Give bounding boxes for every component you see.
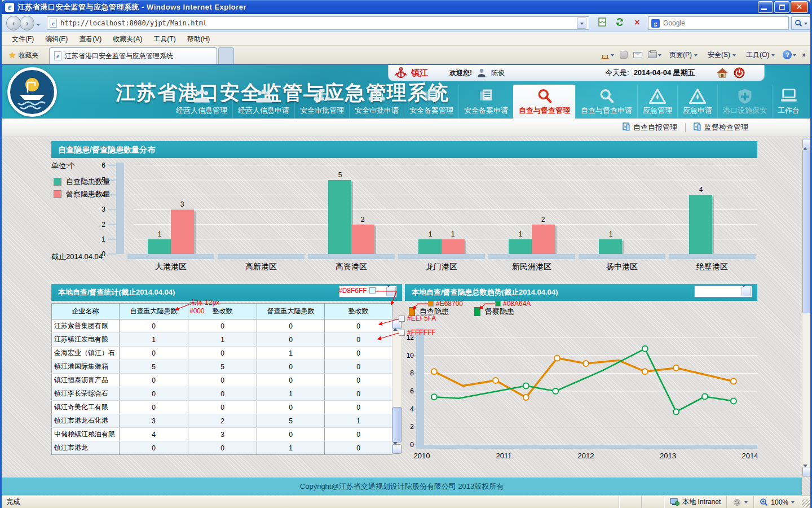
legend-swatch	[54, 178, 61, 186]
favorites-button[interactable]: ★ 收藏夹	[5, 49, 42, 62]
line-filter-combobox[interactable]	[694, 286, 752, 297]
menu-item[interactable]: 工具(T)	[148, 32, 181, 46]
nav-item-laptop[interactable]: 工作台	[772, 85, 805, 119]
nav-item-org[interactable]: 安全审批申请	[349, 85, 404, 119]
chevron-down-icon	[658, 54, 661, 58]
print-button[interactable]	[648, 51, 661, 58]
table-row[interactable]: 江苏镇江发电有限1100	[52, 333, 392, 347]
refresh-button[interactable]	[612, 17, 627, 29]
minimize-button[interactable]	[758, 1, 773, 13]
annotation-row-base: #FFFFFF	[407, 329, 436, 336]
table-row[interactable]: 中储粮镇江粮油有限4300	[52, 428, 392, 441]
page-header: 江苏省港口安全监管与应急管理系统 镇江 欢迎您! 陈俊 今天是: 2014-04…	[2, 65, 810, 119]
table-scrollbar[interactable]	[392, 319, 402, 454]
scroll-down-button[interactable]	[802, 467, 810, 476]
sub-nav: 自查自报管理监督检查管理	[2, 119, 810, 137]
mail-button[interactable]	[633, 52, 642, 58]
table-row[interactable]: 江苏索普集团有限0000	[52, 319, 392, 333]
svg-text:2012: 2012	[578, 452, 594, 460]
value-cell: 0	[325, 428, 392, 441]
help-button[interactable]: ?	[783, 50, 796, 59]
nav-item-shield[interactable]: 港口设施保安	[717, 85, 772, 119]
history-dropdown-icon[interactable]	[37, 24, 40, 28]
table-row[interactable]: 镇江市港龙0010	[52, 441, 392, 455]
feeds-button[interactable]	[620, 51, 628, 59]
table-row[interactable]: 镇江港国际集装箱5500	[52, 360, 392, 374]
document-icon	[694, 122, 701, 133]
scroll-down-button[interactable]	[392, 444, 401, 454]
nav-item-magnifier[interactable]: 自查与督查管理	[513, 85, 575, 119]
value-cell: 0	[257, 333, 325, 347]
welcome-label: 欢迎您!	[449, 68, 472, 78]
org-icon	[312, 87, 332, 105]
svg-text:0: 0	[102, 250, 105, 258]
tab-title: 江苏省港口安全监管与应急管理系统	[65, 51, 173, 61]
home-button[interactable]	[601, 51, 614, 59]
zoom-control[interactable]: 100%	[753, 496, 800, 508]
nav-item-label: 经营人信息申请	[238, 106, 289, 116]
nav-item-users[interactable]: 经营人信息管理	[171, 85, 232, 119]
table-row[interactable]: 镇江奇美化工有限0000	[52, 401, 392, 414]
page-viewport: 江苏省港口安全监管与应急管理系统 镇江 欢迎您! 陈俊 今天是: 2014-04…	[2, 64, 810, 496]
scrollbar-thumb[interactable]	[392, 407, 401, 443]
subnav-item[interactable]: 监督检查管理	[694, 122, 748, 133]
search-input[interactable]	[663, 19, 765, 27]
value-cell: 1	[257, 441, 325, 455]
browser-tab[interactable]: e 江苏省港口安全监管与应急管理系统	[49, 47, 217, 64]
value-cell: 0	[325, 319, 392, 333]
svg-text:6: 6	[410, 387, 414, 395]
value-cell: 3	[188, 428, 257, 441]
menu-item[interactable]: 文件(F)	[6, 32, 39, 46]
nav-item-magnifier[interactable]: 自查与督查申请	[575, 85, 637, 119]
table-row[interactable]: 镇江市港龙石化港3251	[52, 414, 392, 428]
page-scrollbar[interactable]	[802, 138, 810, 477]
menu-item[interactable]: 查看(V)	[73, 32, 107, 46]
stop-button[interactable]: ×	[630, 17, 645, 29]
search-options-icon[interactable]	[804, 23, 807, 27]
protected-mode-button[interactable]	[726, 496, 753, 508]
scroll-up-button[interactable]	[802, 139, 810, 148]
table-row[interactable]: 镇江李长荣综合石0010	[52, 387, 392, 401]
overflow-chevron-icon[interactable]: »	[802, 51, 806, 59]
new-tab-stub[interactable]	[218, 47, 234, 64]
close-button[interactable]: ✕	[791, 1, 808, 13]
value-cell: 0	[120, 347, 188, 360]
nav-item-users[interactable]: 经营人信息申请	[232, 85, 294, 119]
menu-item[interactable]: 收藏夹(A)	[107, 32, 148, 46]
menu-item[interactable]: 编辑(E)	[39, 32, 73, 46]
command-button-label: 页面(P)	[669, 50, 692, 60]
scrollbar-thumb[interactable]	[802, 150, 810, 313]
command-button[interactable]: 安全(S)	[705, 49, 738, 61]
restore-button[interactable]	[774, 1, 789, 13]
nav-item-doc[interactable]: 安全备案申请	[458, 85, 513, 119]
value-cell: 0	[325, 441, 392, 455]
refresh-zone-icon	[732, 498, 742, 506]
status-bar: 完成 本地 Intranet	[2, 496, 810, 508]
value-cell: 0	[188, 387, 257, 401]
value-cell: 5	[120, 360, 188, 374]
command-button[interactable]: 工具(O)	[744, 49, 777, 61]
table-row[interactable]: 金海宏业（镇江）石0010	[52, 347, 392, 360]
nav-item-org[interactable]: 安全审批管理	[294, 85, 349, 119]
forward-button[interactable]: ›	[20, 16, 34, 30]
menu-item[interactable]: 帮助(H)	[182, 32, 216, 46]
logout-power-icon[interactable]	[734, 67, 745, 78]
home-shortcut-icon[interactable]	[717, 68, 728, 78]
resize-grip[interactable]	[802, 500, 810, 507]
command-button[interactable]: 页面(P)	[667, 49, 700, 61]
search-box[interactable]: g	[648, 16, 789, 30]
favorites-label: 收藏夹	[18, 51, 38, 60]
address-dropdown-button[interactable]	[577, 17, 586, 29]
value-cell: 0	[188, 374, 257, 387]
nav-item-warning[interactable]: 应急申请	[677, 85, 717, 119]
annotation-swatch	[428, 301, 434, 306]
nav-item-doc[interactable]: 安全备案管理	[404, 85, 458, 119]
search-button[interactable]	[791, 16, 810, 30]
subnav-item[interactable]: 自查自报管理	[623, 122, 677, 133]
table-row[interactable]: 镇江恒泰沥青产品0000	[52, 374, 392, 387]
address-field[interactable]: e http://localhost:8080/yjpt/Main.html	[47, 16, 589, 30]
nav-item-label: 自查与督查管理	[519, 106, 570, 116]
back-button[interactable]: ‹	[6, 16, 21, 30]
nav-item-warning[interactable]: 应急管理	[637, 85, 677, 119]
compatibility-view-button[interactable]	[595, 17, 610, 29]
